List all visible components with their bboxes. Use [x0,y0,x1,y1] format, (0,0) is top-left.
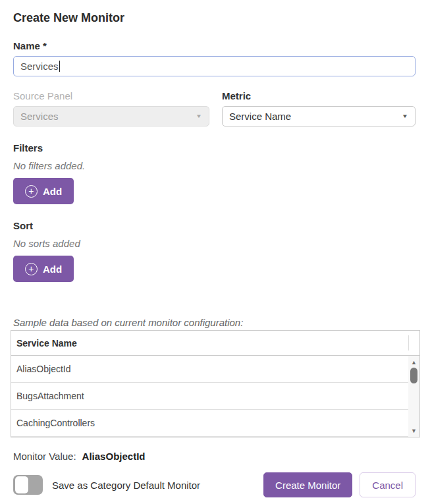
toggle-switch[interactable] [13,475,43,495]
table-header-service-name: Service Name [16,338,77,349]
scroll-down-icon[interactable]: ▼ [408,426,419,435]
table-row: BugsAttachment [11,383,419,410]
source-panel-value: Services [20,111,59,122]
vertical-scrollbar[interactable]: ▲ ▼ [408,356,419,437]
scrollbar-thumb[interactable] [410,368,417,383]
metric-field: Metric Service Name ▼ [222,90,416,126]
source-panel-field: Source Panel Services ▼ [13,90,209,126]
plus-circle-icon: + [25,185,38,198]
metric-value: Service Name [229,111,291,122]
scroll-up-icon[interactable]: ▲ [408,357,419,367]
table-row: AliasObjectId [11,356,419,383]
metric-label: Metric [222,90,416,103]
sample-data-caption: Sample data based on current monitor con… [13,317,416,329]
sort-empty-text: No sorts added [13,237,416,250]
monitor-value-label: Monitor Value: [13,451,76,462]
add-filter-button[interactable]: + Add [13,178,74,204]
table-row: CachingControllers [11,410,419,437]
add-sort-button[interactable]: + Add [13,256,74,282]
plus-circle-icon: + [25,263,38,275]
create-monitor-button[interactable]: Create Monitor [263,472,352,497]
name-field-label: Name * [13,40,416,53]
create-monitor-dialog: Create New Monitor Name * Services Sourc… [0,0,430,504]
sort-section-label: Sort [13,219,416,233]
metric-select[interactable]: Service Name ▼ [222,106,416,126]
add-filter-button-label: Add [43,186,62,197]
page-title: Create New Monitor [13,11,416,25]
chevron-down-icon: ▼ [402,113,408,119]
dialog-footer: Save as Category Default Monitor Create … [13,472,416,497]
cancel-button[interactable]: Cancel [360,472,416,497]
filters-empty-text: No filters added. [13,159,416,173]
toggle-label: Save as Category Default Monitor [52,480,200,491]
source-panel-select: Services ▼ [13,106,209,126]
header-column-divider [408,335,409,350]
sample-data-table: Service Name AliasObjectId BugsAttachmen… [11,330,420,437]
table-body: AliasObjectId BugsAttachment CachingCont… [11,356,419,437]
table-header-row: Service Name [11,331,419,356]
text-caret [59,61,60,72]
footer-buttons: Create Monitor Cancel [263,472,416,497]
monitor-value: AliasObjectId [82,451,146,462]
toggle-knob [15,476,28,493]
source-metric-row: Source Panel Services ▼ Metric Service N… [13,90,416,126]
add-sort-button-label: Add [43,264,62,275]
name-input[interactable]: Services [13,56,416,76]
chevron-down-icon: ▼ [196,113,202,119]
monitor-value-row: Monitor Value: AliasObjectId [13,451,416,462]
name-input-value: Services [20,61,59,72]
filters-section-label: Filters [13,142,416,155]
source-panel-label: Source Panel [13,90,209,103]
default-monitor-toggle-group[interactable]: Save as Category Default Monitor [13,475,200,495]
